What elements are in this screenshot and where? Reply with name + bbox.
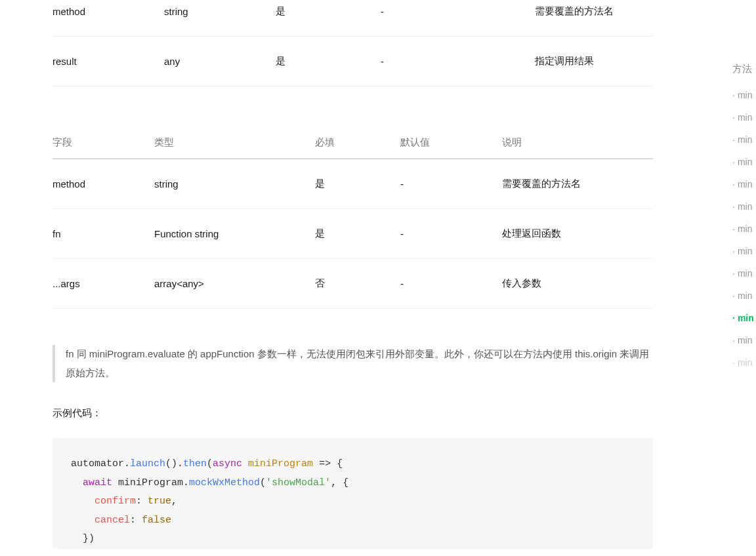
toc-item[interactable]: ·min bbox=[732, 357, 756, 368]
code-text bbox=[242, 458, 248, 469]
toc-bullet-icon: · bbox=[732, 268, 735, 279]
code-text: launch bbox=[130, 458, 165, 469]
cell-type: string bbox=[164, 0, 276, 37]
cell-field: method bbox=[52, 0, 164, 37]
cell-type: string bbox=[154, 159, 315, 209]
main-content: method string 是 - 需要覆盖的方法名 result any 是 … bbox=[52, 0, 653, 549]
toc-item[interactable]: ·min bbox=[732, 246, 756, 256]
cell-default: - bbox=[381, 0, 535, 37]
cell-type: array<any> bbox=[154, 259, 315, 309]
toc-bullet-icon: · bbox=[732, 112, 735, 123]
table-row: ...args array<any> 否 - 传入参数 bbox=[52, 259, 653, 309]
code-text: 'showModal' bbox=[266, 477, 331, 488]
toc-bullet-icon: · bbox=[732, 90, 735, 100]
cell-field: fn bbox=[52, 209, 154, 259]
cell-required: 是 bbox=[315, 159, 400, 209]
cell-default: - bbox=[400, 159, 502, 209]
code-text: : bbox=[136, 496, 148, 507]
table-row: fn Function string 是 - 处理返回函数 bbox=[52, 209, 653, 259]
code-text: : bbox=[130, 515, 142, 526]
params-table-2: 字段 类型 必填 默认值 说明 method string 是 - 需要覆盖的方… bbox=[52, 126, 653, 309]
th-type: 类型 bbox=[154, 126, 315, 159]
toc-bullet-icon: · bbox=[732, 357, 735, 368]
table-row: result any 是 - 指定调用结果 bbox=[52, 37, 653, 87]
toc-item[interactable]: ·min bbox=[732, 90, 756, 100]
toc-item[interactable]: ·min bbox=[732, 112, 756, 123]
cell-desc: 处理返回函数 bbox=[502, 209, 653, 259]
toc-item-label: min bbox=[738, 157, 753, 167]
th-default: 默认值 bbox=[400, 126, 502, 159]
code-text: , bbox=[171, 496, 177, 507]
cell-type: Function string bbox=[154, 209, 315, 259]
toc-item-label: min bbox=[738, 246, 753, 256]
code-block: automator.launch().then(async miniProgra… bbox=[52, 438, 653, 549]
code-text: miniProgram. bbox=[112, 477, 189, 488]
cell-required: 是 bbox=[315, 209, 400, 259]
cell-field: method bbox=[52, 159, 154, 209]
cell-desc: 传入参数 bbox=[502, 259, 653, 309]
toc-item[interactable]: ·min bbox=[732, 201, 756, 212]
code-text: ( bbox=[260, 477, 266, 488]
cell-default: - bbox=[400, 259, 502, 309]
cell-default: - bbox=[400, 209, 502, 259]
code-text: true bbox=[148, 496, 171, 507]
cell-field: ...args bbox=[52, 259, 154, 309]
params-table-1: method string 是 - 需要覆盖的方法名 result any 是 … bbox=[52, 0, 653, 87]
toc-item-label: min bbox=[738, 90, 753, 100]
code-text: await bbox=[83, 477, 112, 488]
toc-item-label: min bbox=[738, 290, 753, 301]
th-required: 必填 bbox=[315, 126, 400, 159]
code-text: mockWxMethod bbox=[189, 477, 260, 488]
code-text: then bbox=[183, 458, 207, 469]
toc-bullet-icon: · bbox=[732, 157, 735, 167]
toc-item-label: min bbox=[738, 268, 753, 279]
toc-item-label: min bbox=[738, 313, 754, 323]
cell-desc: 指定调用结果 bbox=[535, 37, 653, 87]
code-text bbox=[71, 496, 94, 507]
toc-item-label: min bbox=[738, 335, 753, 346]
toc-bullet-icon: · bbox=[732, 134, 735, 145]
table-row: method string 是 - 需要覆盖的方法名 bbox=[52, 159, 653, 209]
toc-bullet-icon: · bbox=[732, 201, 735, 212]
code-text: miniProgram bbox=[248, 458, 313, 469]
toc-item[interactable]: ·min bbox=[732, 157, 756, 167]
toc-item[interactable]: ·min bbox=[732, 313, 756, 323]
toc-bullet-icon: · bbox=[732, 179, 735, 189]
toc-item-label: min bbox=[738, 224, 753, 234]
code-text: (). bbox=[165, 458, 183, 469]
code-text: automator. bbox=[71, 458, 130, 469]
toc-item[interactable]: ·min bbox=[732, 268, 756, 279]
toc-heading: 方法 bbox=[732, 63, 756, 75]
note-blockquote: fn 同 miniProgram.evaluate 的 appFunction … bbox=[52, 345, 653, 382]
toc-bullet-icon: · bbox=[732, 246, 735, 256]
toc-item[interactable]: ·min bbox=[732, 224, 756, 234]
toc-bullet-icon: · bbox=[732, 335, 735, 346]
cell-required: 是 bbox=[276, 0, 381, 37]
toc-item-label: min bbox=[738, 112, 753, 123]
toc-item[interactable]: ·min bbox=[732, 134, 756, 145]
toc-item-label: min bbox=[738, 179, 753, 189]
cell-field: result bbox=[52, 37, 164, 87]
th-desc: 说明 bbox=[502, 126, 653, 159]
toc-bullet-icon: · bbox=[732, 313, 735, 323]
cell-desc: 需要覆盖的方法名 bbox=[535, 0, 653, 37]
code-text: cancel bbox=[94, 515, 130, 526]
cell-type: any bbox=[164, 37, 276, 87]
example-code-label: 示例代码： bbox=[52, 407, 653, 420]
cell-required: 是 bbox=[276, 37, 381, 87]
cell-default: - bbox=[381, 37, 535, 87]
toc-bullet-icon: · bbox=[732, 290, 735, 301]
toc-item-label: min bbox=[738, 201, 753, 212]
code-text: ( bbox=[207, 458, 213, 469]
toc-item-label: min bbox=[738, 357, 753, 368]
table-row: method string 是 - 需要覆盖的方法名 bbox=[52, 0, 653, 37]
toc-item[interactable]: ·min bbox=[732, 290, 756, 301]
code-text: , { bbox=[331, 477, 348, 488]
code-text: }) bbox=[71, 533, 94, 544]
toc-sidebar: 方法 ·min·min·min·min·min·min·min·min·min·… bbox=[732, 63, 756, 380]
toc-item[interactable]: ·min bbox=[732, 335, 756, 346]
toc-item[interactable]: ·min bbox=[732, 179, 756, 189]
cell-required: 否 bbox=[315, 259, 400, 309]
code-text: async bbox=[213, 458, 242, 469]
code-text: => { bbox=[313, 458, 343, 469]
